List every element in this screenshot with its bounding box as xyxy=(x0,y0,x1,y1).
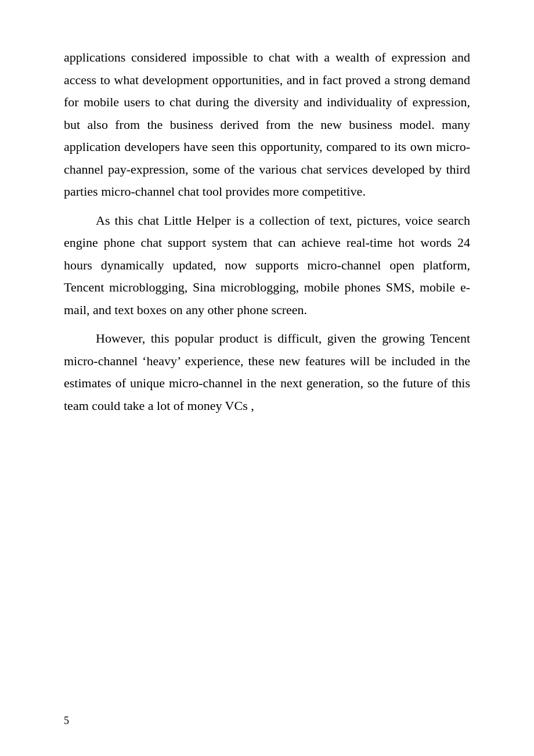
paragraph-3: However, this popular product is difficu… xyxy=(64,327,470,417)
paragraph-1: applications considered impossible to ch… xyxy=(64,46,470,203)
page-container: applications considered impossible to ch… xyxy=(0,0,534,756)
paragraph-2: As this chat Little Helper is a collecti… xyxy=(64,210,470,322)
page-number: 5 xyxy=(64,715,69,727)
